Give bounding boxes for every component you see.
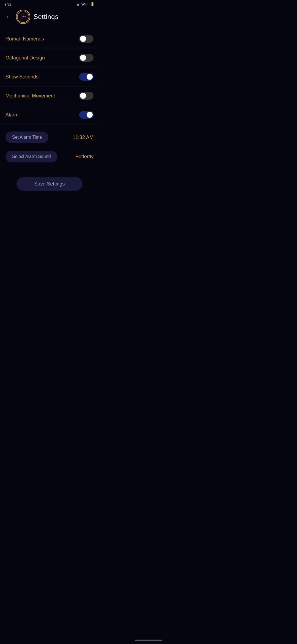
toggle-thumb-show-seconds xyxy=(87,74,93,80)
setting-row-alarm: Alarm xyxy=(0,105,99,124)
setting-label-octagonal-design: Octagonal Design xyxy=(6,55,45,61)
toggle-thumb-mechanical-movement xyxy=(80,93,86,99)
clock-svg xyxy=(17,11,29,23)
select-alarm-sound-button[interactable]: Select Alarm Sound xyxy=(6,151,57,162)
settings-list: Roman Numerals Octagonal Design Show Sec… xyxy=(0,26,99,128)
alarm-time-value: 11:32 AM xyxy=(73,135,94,140)
setting-row-octagonal-design: Octagonal Design xyxy=(0,48,99,67)
setting-row-roman-numerals: Roman Numerals xyxy=(0,29,99,48)
alarm-sound-value: Butterfly xyxy=(75,154,94,160)
toggle-mechanical-movement[interactable] xyxy=(79,92,94,100)
toggle-show-seconds[interactable] xyxy=(79,73,94,81)
toggle-track-mechanical-movement[interactable] xyxy=(79,92,94,100)
status-bar: 9:32 ▲ WiFi 🔋 xyxy=(0,0,99,7)
toggle-roman-numerals[interactable] xyxy=(79,35,94,43)
save-wrap: Save Settings xyxy=(0,177,99,191)
toggle-alarm[interactable] xyxy=(79,111,94,119)
toggle-octagonal-design[interactable] xyxy=(79,54,94,62)
alarm-time-row: Set Alarm Time 11:32 AM xyxy=(0,128,99,147)
svg-point-4 xyxy=(23,16,24,17)
status-time: 9:32 xyxy=(4,2,11,6)
setting-label-show-seconds: Show Seconds xyxy=(6,74,38,80)
set-alarm-time-button[interactable]: Set Alarm Time xyxy=(6,132,48,143)
toggle-thumb-roman-numerals xyxy=(80,36,86,42)
page-title: Settings xyxy=(34,13,59,21)
signal-icon: ▲ xyxy=(76,2,80,6)
app-bar: ← Settings xyxy=(0,7,99,26)
setting-label-mechanical-movement: Mechanical Movement xyxy=(6,93,55,99)
battery-icon: 🔋 xyxy=(90,2,95,6)
setting-row-show-seconds: Show Seconds xyxy=(0,67,99,86)
clock-icon xyxy=(16,10,30,24)
toggle-track-show-seconds[interactable] xyxy=(79,73,94,81)
setting-row-mechanical-movement: Mechanical Movement xyxy=(0,86,99,105)
setting-label-alarm: Alarm xyxy=(6,112,18,118)
save-settings-button[interactable]: Save Settings xyxy=(16,177,82,191)
toggle-track-alarm[interactable] xyxy=(79,111,94,119)
wifi-icon: WiFi xyxy=(81,2,89,6)
toggle-thumb-octagonal-design xyxy=(80,55,86,61)
setting-label-roman-numerals: Roman Numerals xyxy=(6,36,44,42)
status-icons: ▲ WiFi 🔋 xyxy=(76,2,95,6)
toggle-thumb-alarm xyxy=(87,112,93,118)
toggle-track-octagonal-design[interactable] xyxy=(79,54,94,62)
back-button[interactable]: ← xyxy=(4,12,13,21)
alarm-sound-row: Select Alarm Sound Butterfly xyxy=(0,147,99,166)
toggle-track-roman-numerals[interactable] xyxy=(79,35,94,43)
